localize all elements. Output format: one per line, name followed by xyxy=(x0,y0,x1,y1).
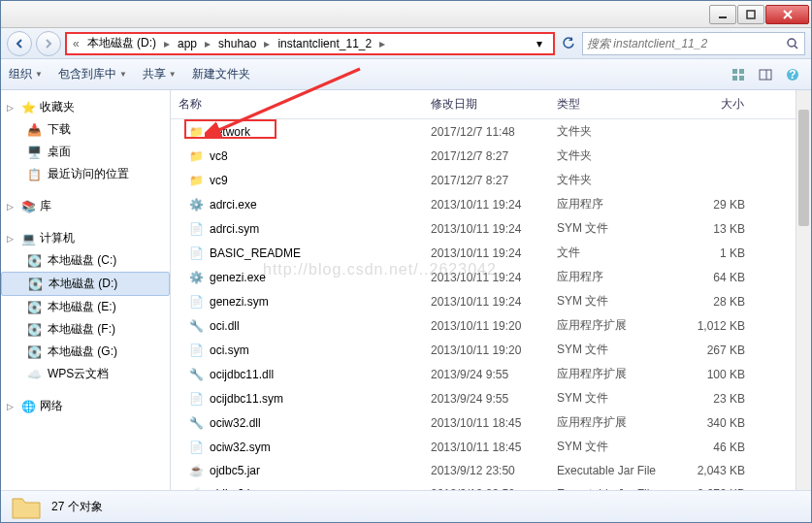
file-name: genezi.sym xyxy=(210,295,269,309)
file-date: 2013/10/11 19:24 xyxy=(423,269,549,286)
file-row[interactable]: 📄adrci.sym2013/10/11 19:24SYM 文件13 KB xyxy=(171,216,811,241)
sidebar-downloads[interactable]: 📥下载 xyxy=(1,118,170,141)
svg-rect-10 xyxy=(760,70,771,80)
file-row[interactable]: 📄ociw32.sym2013/10/11 18:45SYM 文件46 KB xyxy=(171,435,811,459)
sidebar-wps-cloud[interactable]: ☁️WPS云文档 xyxy=(1,363,170,385)
file-size: 28 KB xyxy=(666,293,753,311)
crumb-0[interactable]: 本地磁盘 (D:) xyxy=(83,33,160,53)
minimize-button[interactable] xyxy=(709,5,736,24)
back-button[interactable] xyxy=(7,31,32,56)
maximize-button[interactable] xyxy=(737,5,764,24)
file-type: Executable Jar File xyxy=(549,462,666,479)
search-box[interactable] xyxy=(582,32,805,55)
dll-icon: 🔧 xyxy=(188,367,204,382)
sidebar-recent[interactable]: 📋最近访问的位置 xyxy=(1,163,170,185)
file-row[interactable]: 🔧oci.dll2013/10/11 19:20应用程序扩展1,012 KB xyxy=(171,313,811,338)
crumb-1[interactable]: app xyxy=(174,35,201,52)
file-date: 2017/12/7 11:48 xyxy=(423,123,549,141)
file-row[interactable]: 📄genezi.sym2013/10/11 19:24SYM 文件28 KB xyxy=(171,289,811,313)
file-name: ojdbc5.jar xyxy=(210,464,260,477)
breadcrumb: « 本地磁盘 (D:) ▸ app ▸ shuhao ▸ instantclie… xyxy=(71,33,387,53)
dll-icon: 🔧 xyxy=(188,415,204,431)
file-date: 2013/9/12 23:50 xyxy=(423,485,549,490)
file-row[interactable]: 📁network2017/12/7 11:48文件夹 xyxy=(171,119,811,144)
file-row[interactable]: ☕ojdbc5.jar2013/9/12 23:50Executable Jar… xyxy=(171,459,811,482)
close-button[interactable] xyxy=(765,5,809,24)
column-name[interactable]: 名称 xyxy=(171,90,423,118)
sidebar-drive-f[interactable]: 💽本地磁盘 (F:) xyxy=(1,318,170,341)
vertical-scrollbar[interactable] xyxy=(796,90,811,490)
file-type: 文件 xyxy=(549,243,666,263)
file-date: 2013/9/24 9:55 xyxy=(423,390,549,408)
file-row[interactable]: 📁vc82017/12/7 8:27文件夹 xyxy=(171,144,811,168)
file-type: 文件夹 xyxy=(549,146,666,166)
dropdown-history-button[interactable]: ▾ xyxy=(530,34,549,53)
file-row[interactable]: 🔧ocijdbc11.dll2013/9/24 9:55应用程序扩展100 KB xyxy=(171,362,811,386)
crumb-2[interactable]: shuhao xyxy=(214,35,260,52)
drive-icon: 💽 xyxy=(26,322,42,338)
file-date: 2017/12/7 8:27 xyxy=(423,147,549,165)
chevron-right-icon: ▸ xyxy=(377,37,387,50)
file-row[interactable]: 📁vc92017/12/7 8:27文件夹 xyxy=(171,168,811,192)
sidebar-libraries[interactable]: ▷📚库 xyxy=(1,195,170,217)
view-options-button[interactable] xyxy=(728,64,749,85)
svg-rect-7 xyxy=(739,69,744,74)
desktop-icon: 🖥️ xyxy=(26,145,42,160)
column-type[interactable]: 类型 xyxy=(549,90,666,118)
folder-icon: 📁 xyxy=(188,173,204,188)
file-row[interactable]: 📄oci.sym2013/10/11 19:20SYM 文件267 KB xyxy=(171,338,811,362)
chevron-right-icon: ▸ xyxy=(262,37,272,50)
file-row[interactable]: 📄BASIC_README2013/10/11 19:24文件1 KB xyxy=(171,241,811,265)
crumb-3[interactable]: instantclient_11_2 xyxy=(274,35,375,52)
file-row[interactable]: ☕ojdbc6.jar2013/9/12 23:50Executable Jar… xyxy=(171,482,811,490)
sidebar-favorites[interactable]: ▷⭐收藏夹 xyxy=(1,96,170,118)
star-icon: ⭐ xyxy=(20,100,36,115)
file-name: ociw32.sym xyxy=(210,441,271,454)
file-row[interactable]: ⚙️genezi.exe2013/10/11 19:24应用程序64 KB xyxy=(171,265,811,289)
file-row[interactable]: ⚙️adrci.exe2013/10/11 19:24应用程序29 KB xyxy=(171,192,811,216)
file-date: 2013/10/11 19:20 xyxy=(423,317,549,335)
search-icon xyxy=(785,36,800,51)
file-row[interactable]: 🔧ociw32.dll2013/10/11 18:45应用程序扩展340 KB xyxy=(171,410,811,435)
sidebar-drive-d[interactable]: 💽本地磁盘 (D:) xyxy=(1,272,170,296)
sidebar-drive-c[interactable]: 💽本地磁盘 (C:) xyxy=(1,249,170,272)
file-list[interactable]: 名称 修改日期 类型 大小 📁network2017/12/7 11:48文件夹… xyxy=(171,90,811,490)
folder-icon: 📁 xyxy=(188,148,204,164)
sidebar-desktop[interactable]: 🖥️桌面 xyxy=(1,141,170,163)
breadcrumb-bar[interactable]: « 本地磁盘 (D:) ▸ app ▸ shuhao ▸ instantclie… xyxy=(65,32,555,55)
refresh-button[interactable] xyxy=(559,34,578,53)
column-size[interactable]: 大小 xyxy=(666,90,753,118)
exe-icon: ⚙️ xyxy=(188,270,204,285)
scrollbar-thumb[interactable] xyxy=(798,110,809,226)
column-date[interactable]: 修改日期 xyxy=(423,90,549,118)
new-folder-button[interactable]: 新建文件夹 xyxy=(192,66,250,82)
include-in-library-menu[interactable]: 包含到库中▼ xyxy=(58,66,127,82)
file-icon: 📄 xyxy=(188,245,204,261)
file-name: ojdbc6.jar xyxy=(210,487,260,490)
file-type: SYM 文件 xyxy=(549,388,666,409)
organize-menu[interactable]: 组织▼ xyxy=(9,66,43,82)
sidebar-network[interactable]: ▷🌐网络 xyxy=(1,395,170,417)
forward-button[interactable] xyxy=(36,31,61,56)
file-icon: 📄 xyxy=(188,343,204,358)
file-size: 2,043 KB xyxy=(666,462,753,479)
column-headers: 名称 修改日期 类型 大小 xyxy=(171,90,811,119)
preview-pane-button[interactable] xyxy=(755,64,776,85)
cloud-icon: ☁️ xyxy=(26,367,42,382)
navigation-sidebar[interactable]: ▷⭐收藏夹 📥下载 🖥️桌面 📋最近访问的位置 ▷📚库 ▷💻计算机 💽本地磁盘 … xyxy=(1,90,171,490)
content-area: ▷⭐收藏夹 📥下载 🖥️桌面 📋最近访问的位置 ▷📚库 ▷💻计算机 💽本地磁盘 … xyxy=(1,90,811,490)
sidebar-drive-e[interactable]: 💽本地磁盘 (E:) xyxy=(1,296,170,318)
file-row[interactable]: 📄ocijdbc11.sym2013/9/24 9:55SYM 文件23 KB xyxy=(171,386,811,410)
sidebar-drive-g[interactable]: 💽本地磁盘 (G:) xyxy=(1,341,170,363)
file-size: 13 KB xyxy=(666,220,753,238)
drive-icon: 💽 xyxy=(27,277,43,292)
file-size xyxy=(666,130,753,134)
svg-rect-9 xyxy=(739,76,744,81)
sidebar-computer[interactable]: ▷💻计算机 xyxy=(1,227,170,249)
search-input[interactable] xyxy=(587,37,781,50)
file-name: vc9 xyxy=(210,174,228,187)
file-size: 267 KB xyxy=(666,342,753,359)
share-menu[interactable]: 共享▼ xyxy=(143,66,177,82)
help-button[interactable]: ? xyxy=(782,64,803,85)
file-name: BASIC_README xyxy=(210,246,301,260)
